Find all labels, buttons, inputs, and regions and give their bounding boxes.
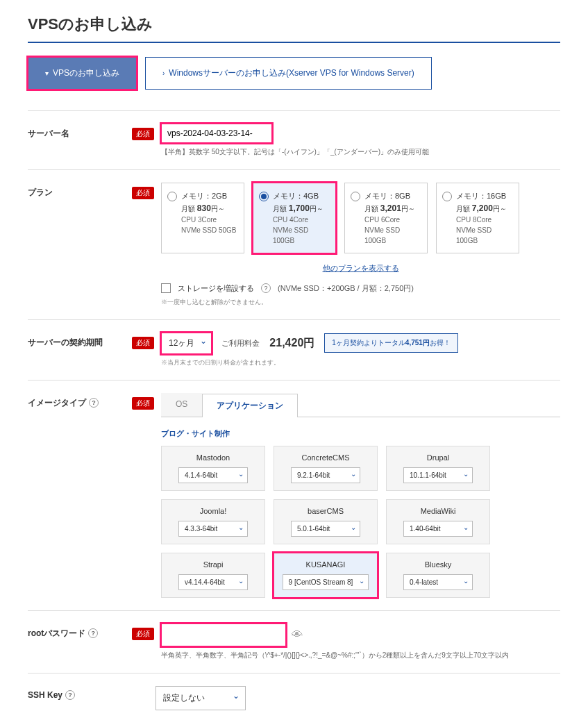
app-version-select[interactable]: 1.40-64bit bbox=[403, 521, 473, 537]
app-card[interactable]: Mastodon4.1.4-64bit bbox=[161, 446, 265, 491]
app-category-title: ブログ・サイト制作 bbox=[161, 428, 560, 439]
plan-card[interactable]: メモリ：4GB月額 1,700円～CPU 4CoreNVMe SSD 100GB bbox=[253, 183, 336, 253]
plan-memory: メモリ：16GB bbox=[456, 190, 513, 202]
app-name: MediaWiki bbox=[394, 507, 482, 515]
app-card[interactable]: Strapiv4.14.4-64bit bbox=[161, 553, 265, 598]
plan-cpu: CPU 6Core bbox=[364, 215, 421, 225]
app-grid: Mastodon4.1.4-64bitConcreteCMS9.2.1-64bi… bbox=[161, 446, 560, 598]
root-password-hint: 半角英字、半角数字、半角記号（\^$+-*/|()[]{}<>.,?!_=&@~… bbox=[161, 651, 560, 660]
required-badge: 必須 bbox=[132, 128, 154, 140]
app-version-select[interactable]: 4.3.3-64bit bbox=[178, 521, 248, 537]
radio-icon bbox=[167, 192, 177, 201]
plan-ssd: NVMe SSD 100GB bbox=[456, 225, 513, 246]
help-icon[interactable]: ? bbox=[89, 398, 99, 408]
plan-ssd: NVMe SSD 100GB bbox=[364, 225, 421, 246]
plan-memory: メモリ：4GB bbox=[273, 190, 330, 202]
app-card[interactable]: Bluesky0.4-latest bbox=[386, 553, 490, 598]
app-card[interactable]: baserCMS5.0.1-64bit bbox=[274, 499, 378, 544]
app-name: ConcreteCMS bbox=[281, 453, 370, 462]
period-note: ※当月末までの日割り料金が含まれます。 bbox=[161, 358, 560, 367]
root-password-input[interactable] bbox=[161, 624, 286, 646]
app-name: KUSANAGI bbox=[281, 560, 370, 569]
tab-windows[interactable]: › Windowsサーバーのお申し込み(Xserver VPS for Wind… bbox=[145, 57, 432, 90]
image-inner-tabs: OS アプリケーション bbox=[161, 393, 560, 417]
app-version-select[interactable]: 9 [CentOS Stream 8] bbox=[283, 574, 369, 590]
plan-ssd: NVMe SSD 50GB bbox=[181, 225, 236, 235]
app-card[interactable]: KUSANAGI9 [CentOS Stream 8] bbox=[274, 553, 378, 598]
period-select[interactable]: 12ヶ月 bbox=[161, 333, 212, 354]
storage-note: (NVMe SSD：+200GB / 月額：2,750円) bbox=[278, 283, 414, 294]
app-name: Bluesky bbox=[394, 560, 482, 569]
label-root-password: rootパスワード ? bbox=[28, 624, 132, 639]
label-ssh-key: SSH Key ? bbox=[28, 686, 132, 700]
app-version-select[interactable]: 0.4-latest bbox=[403, 574, 473, 590]
row-plan: プラン 必須 メモリ：2GB月額 830円～CPU 3CoreNVMe SSD … bbox=[28, 169, 560, 319]
fee-value: 21,420円 bbox=[269, 336, 314, 351]
label-image-type: イメージタイプ ? bbox=[28, 393, 132, 409]
storage-warn: ※一度申し込むと解除ができません。 bbox=[161, 298, 560, 307]
app-version-select[interactable]: v4.14.4-64bit bbox=[178, 574, 248, 590]
plan-cpu: CPU 3Core bbox=[181, 215, 236, 225]
plan-price: 月額 1,700円～ bbox=[273, 202, 330, 215]
app-card[interactable]: Joomla!4.3.3-64bit bbox=[161, 499, 265, 544]
row-root-password: rootパスワード ? 必須 👁 半角英字、半角数字、半角記号（\^$+-*/|… bbox=[28, 610, 560, 673]
app-name: Strapi bbox=[169, 560, 258, 569]
label-period: サーバーの契約期間 bbox=[28, 333, 132, 349]
fee-label: ご利用料金 bbox=[221, 338, 260, 349]
radio-icon bbox=[351, 192, 360, 201]
row-period: サーバーの契約期間 必須 12ヶ月 ご利用料金 21,420円 1ヶ月契約よりト… bbox=[28, 319, 560, 380]
server-name-input[interactable] bbox=[161, 124, 272, 143]
tab-vps[interactable]: ▾ VPSのお申し込み bbox=[28, 57, 137, 90]
app-version-select[interactable]: 5.0.1-64bit bbox=[291, 521, 360, 537]
plan-price: 月額 7,200円～ bbox=[456, 202, 513, 215]
help-icon[interactable]: ? bbox=[65, 690, 75, 700]
row-ssh-key: SSH Key ? 設定しない bbox=[28, 673, 560, 712]
tab-windows-label: Windowsサーバーのお申し込み(Xserver VPS for Window… bbox=[169, 67, 414, 79]
plan-ssd: NVMe SSD 100GB bbox=[273, 225, 330, 246]
required-badge: 必須 bbox=[132, 187, 154, 199]
app-name: Joomla! bbox=[169, 507, 258, 515]
plan-card[interactable]: メモリ：8GB月額 3,201円～CPU 6CoreNVMe SSD 100GB bbox=[344, 183, 428, 253]
label-plan: プラン bbox=[28, 183, 132, 199]
savings-box: 1ヶ月契約よりトータル4,751円お得！ bbox=[324, 333, 458, 353]
server-name-hint: 【半角】英数字 50文字以下。記号は「-(ハイフン)」「_(アンダーバー)」のみ… bbox=[161, 147, 560, 157]
show-more-plans-link[interactable]: 他のプランを表示する bbox=[323, 264, 399, 272]
row-server-name: サーバー名 必須 【半角】英数字 50文字以下。記号は「-(ハイフン)」「_(ア… bbox=[28, 110, 560, 169]
app-name: baserCMS bbox=[281, 507, 370, 515]
label-server-name: サーバー名 bbox=[28, 124, 132, 140]
help-icon[interactable]: ? bbox=[88, 628, 98, 638]
top-tab-row: ▾ VPSのお申し込み › Windowsサーバーのお申し込み(Xserver … bbox=[28, 57, 560, 90]
plan-cpu: CPU 8Core bbox=[456, 215, 513, 225]
storage-add-checkbox[interactable] bbox=[161, 283, 171, 293]
required-badge: 必須 bbox=[132, 628, 154, 640]
tab-application[interactable]: アプリケーション bbox=[202, 394, 298, 417]
plan-cpu: CPU 4Core bbox=[273, 215, 330, 225]
chevron-right-icon: › bbox=[162, 69, 165, 77]
plan-memory: メモリ：8GB bbox=[364, 190, 421, 202]
app-version-select[interactable]: 9.2.1-64bit bbox=[291, 467, 360, 483]
app-card[interactable]: MediaWiki1.40-64bit bbox=[386, 499, 490, 544]
radio-icon bbox=[259, 192, 269, 201]
plan-price: 月額 830円～ bbox=[181, 202, 236, 215]
plan-grid: メモリ：2GB月額 830円～CPU 3CoreNVMe SSD 50GBメモリ… bbox=[161, 183, 560, 253]
required-badge: 必須 bbox=[132, 397, 154, 410]
help-icon[interactable]: ? bbox=[261, 283, 271, 293]
plan-card[interactable]: メモリ：16GB月額 7,200円～CPU 8CoreNVMe SSD 100G… bbox=[436, 183, 519, 253]
ssh-key-select[interactable]: 設定しない bbox=[156, 686, 246, 710]
chevron-down-icon: ▾ bbox=[45, 69, 49, 77]
radio-icon bbox=[442, 192, 452, 201]
tab-os[interactable]: OS bbox=[161, 393, 202, 417]
app-version-select[interactable]: 10.1.1-64bit bbox=[403, 467, 473, 483]
row-image-type: イメージタイプ ? 必須 OS アプリケーション ブログ・サイト制作 Masto… bbox=[28, 380, 560, 610]
app-name: Drupal bbox=[394, 453, 482, 462]
eye-off-icon[interactable]: 👁 bbox=[292, 628, 303, 641]
page-title: VPSのお申し込み bbox=[28, 0, 560, 43]
app-version-select[interactable]: 4.1.4-64bit bbox=[178, 467, 248, 483]
app-card[interactable]: ConcreteCMS9.2.1-64bit bbox=[274, 446, 378, 491]
plan-price: 月額 3,201円～ bbox=[364, 202, 421, 215]
app-name: Mastodon bbox=[169, 453, 258, 462]
tab-vps-label: VPSのお申し込み bbox=[53, 67, 119, 79]
app-card[interactable]: Drupal10.1.1-64bit bbox=[386, 446, 490, 491]
storage-add-label: ストレージを増設する bbox=[178, 283, 254, 294]
plan-card[interactable]: メモリ：2GB月額 830円～CPU 3CoreNVMe SSD 50GB bbox=[161, 183, 244, 253]
